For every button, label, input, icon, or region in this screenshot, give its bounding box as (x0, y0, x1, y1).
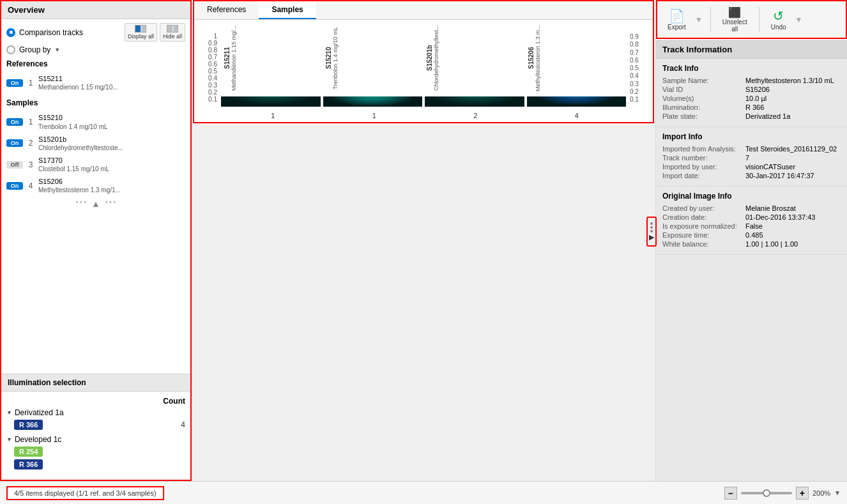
sample-toggle-2[interactable]: On (6, 139, 23, 147)
track-lane-s15201b[interactable] (425, 96, 524, 107)
references-list: On 1 S15211 Methandienon 1.15 mg/10... (6, 72, 185, 93)
sample-toggle-1[interactable]: On (6, 118, 23, 126)
svg-rect-2 (167, 26, 172, 33)
exposure-time-key: Exposure time: (662, 231, 745, 239)
right-panel-handle[interactable]: ▶ (646, 217, 657, 247)
y-axis-left: 1 0.9 0.8 0.7 0.6 0.5 0.4 0.3 0.2 0.1 (194, 20, 220, 122)
track-controls: Display all Hide all (125, 23, 185, 42)
imported-by-key: Imported by user: (662, 163, 745, 171)
unselect-all-label: Unselect (722, 19, 747, 26)
r366-badge-developed[interactable]: R 366 (14, 459, 43, 470)
sample-name-row: Sample Name: Methyltestosteron 1.3/10 mL (662, 77, 841, 84)
display-all-button[interactable]: Display all (125, 23, 157, 42)
undo-button[interactable]: ↺ Undo (767, 7, 790, 32)
reference-text-1: S15211 Methandienon 1.15 mg/10... (38, 74, 118, 91)
sample-name-val: Methyltestosteron 1.3/10 mL (745, 77, 834, 84)
sample-toggle-3[interactable]: Off (6, 161, 23, 169)
overview-header: Overview (1, 1, 190, 19)
sample-toggle-4[interactable]: On (6, 182, 23, 190)
sample-text-3: S17370 Clostebol 1.15 mg/10 mL (38, 156, 109, 173)
overview-content: Comparison tracks Display all (1, 19, 190, 374)
white-balance-val: 1.00 | 1.00 | 1.00 (745, 240, 798, 248)
derivatized-triangle[interactable]: ▼ (6, 409, 12, 416)
tab-references[interactable]: References (194, 1, 259, 19)
track-header-s15211: S15211 Methandienon 1.15 mg/... (222, 20, 324, 96)
r366-badge-derivatized[interactable]: R 366 (14, 420, 43, 430)
import-info-section: Import Info Imported from Analysis: Test… (656, 127, 847, 187)
track-info-section: Track Info Sample Name: Methyltestostero… (656, 59, 847, 127)
track-lane-s15211[interactable] (221, 96, 321, 107)
track-header-s15206: S15206 Methyltestosteron 1.3 m... (526, 20, 628, 96)
export-button[interactable]: 📄 Export (664, 7, 690, 32)
track-info-title: Track Info (662, 64, 841, 73)
band-s15206-1 (537, 96, 616, 104)
track-lane-s15206[interactable] (527, 96, 627, 107)
toolbar-area: 📄 Export ▼ ⬛ Unselect all ↺ Undo ▼ (656, 0, 847, 39)
status-text-box: 4/5 items displayed (1/1 ref. and 3/4 sa… (6, 486, 164, 500)
hide-all-icon (167, 25, 178, 33)
vial-id-key: Vial ID (662, 86, 745, 93)
left-panel: Overview Comparison tracks (0, 0, 192, 481)
illum-row-r366-derivatized: R 366 4 (6, 420, 185, 430)
sample-num-3: 3 (27, 160, 34, 169)
reference-detail-1: Methandienon 1.15 mg/10... (38, 83, 118, 91)
r254-badge[interactable]: R 254 (14, 447, 43, 457)
exposure-time-row: Exposure time: 0.485 (662, 231, 841, 239)
derivatized-group: ▼ Derivatized 1a R 366 4 (6, 408, 185, 430)
groupby-radio[interactable] (6, 45, 15, 54)
references-section-label: References (6, 59, 185, 68)
track-lane-s15210[interactable] (323, 96, 423, 107)
groupby-dropdown-arrow[interactable]: ▼ (54, 47, 60, 53)
display-all-label: Display all (128, 33, 154, 40)
tab-samples[interactable]: Samples (259, 1, 316, 19)
unselect-all-label2: all (731, 26, 738, 33)
sample-num-1: 1 (27, 118, 34, 126)
hide-all-label: Hide all (163, 33, 182, 40)
band-s15201b-1 (435, 96, 514, 105)
toolbar-divider-1 (710, 7, 711, 33)
svg-rect-3 (174, 26, 178, 33)
handle-dot-2 (650, 226, 653, 229)
sample-name-key: Sample Name: (662, 77, 745, 84)
bottom-bar: 4/5 items displayed (1/1 ref. and 3/4 sa… (0, 481, 847, 504)
zoom-in-button[interactable]: + (796, 487, 809, 500)
sample-item-4: On 4 S15206 Methyltestosteron 1.3 mg/1..… (6, 175, 185, 196)
zoom-value: 200% (813, 489, 830, 497)
groupby-label: Group by (19, 45, 50, 54)
reference-toggle-1[interactable]: On (6, 79, 23, 87)
undo-label: Undo (771, 24, 786, 31)
hide-all-button[interactable]: Hide all (160, 23, 185, 42)
unselect-all-button[interactable]: ⬛ Unselect all (719, 5, 751, 34)
track-headers: S15211 Methandienon 1.15 mg/... S15210 T… (220, 20, 627, 96)
undo-dropdown[interactable]: ▼ (795, 15, 803, 24)
export-dropdown[interactable]: ▼ (695, 15, 703, 24)
export-label: Export (668, 24, 686, 31)
scroll-indicator: • • • ▲ • • • (6, 196, 185, 211)
exposure-time-val: 0.485 (745, 231, 763, 239)
comparison-tracks-radio[interactable] (6, 28, 15, 37)
illum-row-r366-developed: R 366 (6, 459, 185, 470)
creation-date-key: Creation date: (662, 213, 745, 221)
sample-text-2: S15201b Chlordehydromethyltestoste... (38, 135, 123, 152)
derivatized-label: Derivatized 1a (15, 408, 64, 417)
zoom-dropdown[interactable]: ▼ (834, 489, 841, 496)
zoom-out-button[interactable]: – (724, 487, 737, 500)
unselect-all-icon: ⬛ (728, 6, 741, 19)
zoom-slider[interactable] (741, 492, 792, 494)
y-axis-right: 0.9 0.8 0.7 0.6 0.5 0.4 0.3 0.2 0.1 (627, 20, 653, 122)
illumination-key: Illumination: (662, 103, 745, 111)
illumination-header: Illumination selection (1, 374, 190, 392)
is-exposure-key: Is exposure normalized: (662, 222, 745, 230)
developed-triangle[interactable]: ▼ (6, 436, 12, 443)
tabs-bar: References Samples (194, 1, 653, 20)
groupby-row: Group by ▼ (6, 45, 185, 54)
handle-dot-1 (650, 222, 653, 225)
r366-count-derivatized: 4 (181, 420, 185, 429)
center-panel: References Samples 1 0.9 0.8 0.7 0.6 0.5… (193, 0, 654, 123)
band-s15211-1 (231, 96, 310, 104)
samples-list: On 1 S15210 Trenbolon 1.4 mg/10 mL On 2 … (6, 111, 185, 196)
plate-state-key: Plate state: (662, 112, 745, 120)
derivatized-title: ▼ Derivatized 1a (6, 408, 185, 417)
original-image-title: Original Image Info (662, 192, 841, 201)
track-number-row: Track number: 7 (662, 154, 841, 162)
